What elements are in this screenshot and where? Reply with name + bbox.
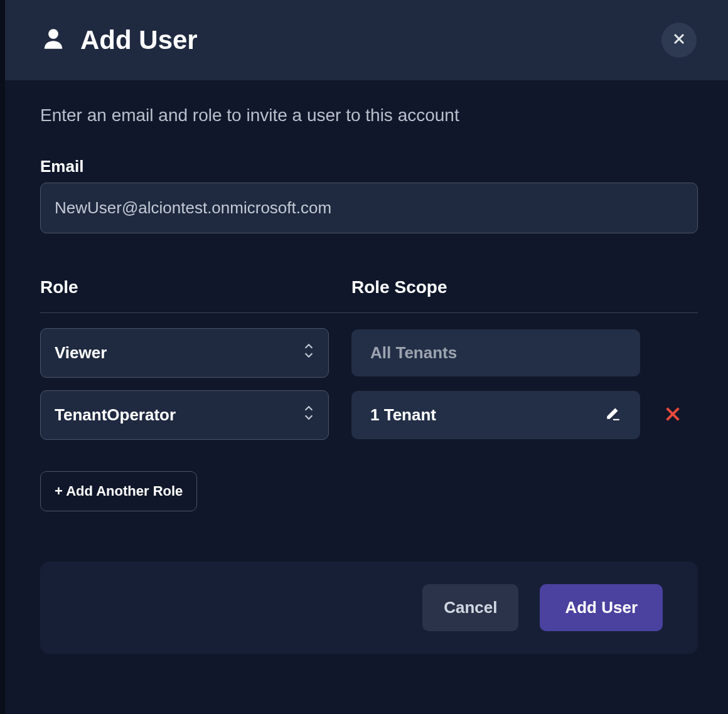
role-select[interactable]: Viewer bbox=[40, 328, 329, 378]
columns-header: Role Role Scope bbox=[40, 277, 698, 313]
modal-header: Add User bbox=[5, 0, 728, 80]
add-user-modal: Add User Enter an email and role to invi… bbox=[5, 0, 728, 714]
add-user-button[interactable]: Add User bbox=[540, 584, 663, 631]
email-field[interactable] bbox=[40, 183, 698, 233]
user-icon bbox=[41, 26, 65, 55]
add-another-role-button[interactable]: + Add Another Role bbox=[40, 471, 197, 511]
role-select-label: Viewer bbox=[55, 343, 107, 363]
scope-box[interactable]: 1 Tenant bbox=[351, 391, 640, 439]
role-select[interactable]: TenantOperator bbox=[40, 390, 329, 440]
remove-role-button[interactable] bbox=[663, 404, 683, 427]
modal-footer: Cancel Add User bbox=[40, 562, 698, 654]
role-select-label: TenantOperator bbox=[55, 405, 176, 425]
modal-description: Enter an email and role to invite a user… bbox=[40, 105, 698, 125]
close-button[interactable] bbox=[661, 23, 697, 58]
edit-icon bbox=[605, 405, 621, 425]
role-column-header: Role bbox=[40, 277, 78, 297]
role-rows: ViewerAll TenantsTenantOperator1 Tenant bbox=[40, 328, 698, 440]
role-row: ViewerAll Tenants bbox=[40, 328, 698, 378]
scope-column-header: Role Scope bbox=[351, 277, 447, 297]
cancel-button[interactable]: Cancel bbox=[422, 584, 518, 631]
close-icon bbox=[672, 31, 687, 49]
role-row: TenantOperator1 Tenant bbox=[40, 390, 698, 440]
x-icon bbox=[663, 404, 683, 427]
scope-box: All Tenants bbox=[351, 329, 640, 376]
chevron-updown-icon bbox=[303, 343, 314, 363]
chevron-updown-icon bbox=[303, 405, 314, 425]
modal-title: Add User bbox=[80, 25, 198, 55]
svg-point-0 bbox=[48, 29, 58, 39]
modal-body: Enter an email and role to invite a user… bbox=[5, 80, 728, 714]
email-label: Email bbox=[40, 157, 698, 176]
modal-title-wrap: Add User bbox=[41, 25, 198, 55]
scope-label: All Tenants bbox=[370, 343, 457, 363]
scope-label: 1 Tenant bbox=[370, 405, 436, 425]
